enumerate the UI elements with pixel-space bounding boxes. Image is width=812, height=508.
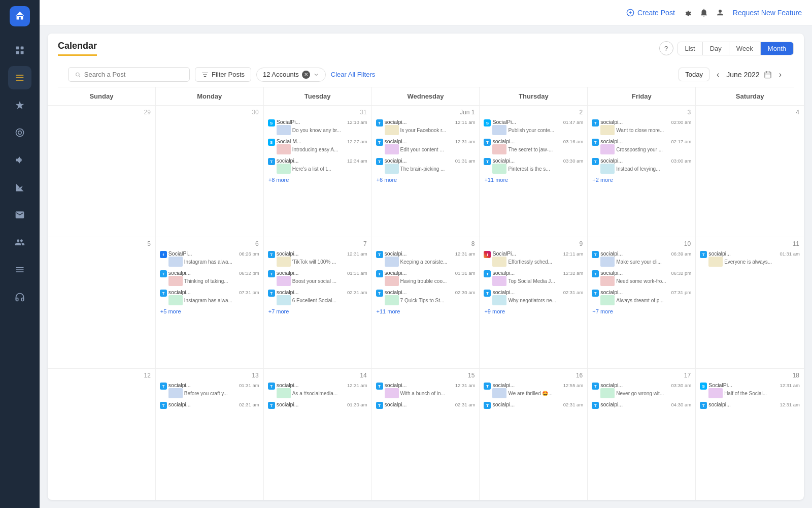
calendar-day[interactable]: 18SSocialPi...12:31 amHalf of the Social… xyxy=(696,369,804,500)
post-item[interactable]: SSocialPi...12:31 amHalf of the Social..… xyxy=(698,381,801,399)
calendar-day[interactable]: 2SSocialPi...01:47 amPublish your conte.… xyxy=(480,106,588,237)
more-posts-link[interactable]: +2 more xyxy=(590,176,693,183)
calendar-day[interactable]: 17Tsocialpi...03:30 amNever go wrong wit… xyxy=(588,369,696,500)
sidebar-item-dashboard[interactable] xyxy=(8,39,31,62)
post-item[interactable]: Tsocialpi...12:34 amHere's a list of t..… xyxy=(266,156,369,175)
post-item[interactable]: Tsocialpi...02:31 am xyxy=(158,400,261,410)
calendar-day[interactable]: 14Tsocialpi...12:31 amAs a #socialmedia.… xyxy=(264,369,372,500)
calendar-icon[interactable] xyxy=(764,71,772,79)
post-item[interactable]: Tsocialpi...07:31 pmInstagram has alwa..… xyxy=(158,288,261,306)
more-posts-link[interactable]: +11 more xyxy=(482,176,585,183)
post-item[interactable]: Tsocialpi...01:31 amEveryone is always..… xyxy=(698,249,801,268)
calendar-day[interactable]: 8Tsocialpi...12:31 amKeeping a consiste.… xyxy=(372,237,480,368)
calendar-day[interactable]: 7Tsocialpi...12:31 am'TikTok will 100% .… xyxy=(264,237,372,368)
sidebar-item-circle[interactable] xyxy=(8,121,31,144)
sidebar-item-inbox[interactable] xyxy=(8,203,31,227)
post-item[interactable]: Tsocialpi...03:16 amThe secret to jaw-..… xyxy=(482,137,585,155)
post-item[interactable]: Tsocialpi...01:31 amBoost your social ..… xyxy=(266,269,369,287)
settings-icon[interactable] xyxy=(683,8,692,17)
create-post-button[interactable]: Create Post xyxy=(626,9,675,17)
help-button[interactable]: ? xyxy=(659,41,673,55)
calendar-day[interactable]: Jun 1Tsocialpi...12:11 amIs your Faceboo… xyxy=(372,106,480,237)
calendar-day[interactable]: 16Tsocialpi...12:55 amWe are thrilled 🤩.… xyxy=(480,369,588,500)
search-input[interactable] xyxy=(84,71,183,78)
post-item[interactable]: Tsocialpi...03:30 amPinterest is the s..… xyxy=(482,156,585,175)
today-button[interactable]: Today xyxy=(679,68,709,81)
post-item[interactable]: Tsocialpi...03:30 amNever go wrong wit..… xyxy=(590,381,693,399)
tab-day[interactable]: Day xyxy=(703,42,729,55)
calendar-day[interactable]: 9ISocialPi...12:11 amEffortlessly sched.… xyxy=(480,237,588,368)
post-item[interactable]: Tsocialpi...06:32 pmNeed some work-fro..… xyxy=(590,269,693,287)
next-month-button[interactable]: › xyxy=(777,68,784,81)
sidebar-item-megaphone[interactable] xyxy=(8,148,31,172)
more-posts-link[interactable]: +5 more xyxy=(158,307,261,314)
post-item[interactable]: Tsocialpi...01:31 amHaving trouble coo..… xyxy=(375,269,477,287)
tab-list[interactable]: List xyxy=(678,42,703,55)
post-item[interactable]: Tsocialpi...02:17 amCrossposting your ..… xyxy=(590,137,693,155)
sidebar-item-chart[interactable] xyxy=(8,176,31,199)
post-item[interactable]: Tsocialpi...12:31 am'TikTok will 100% ..… xyxy=(266,249,369,268)
more-posts-link[interactable]: +9 more xyxy=(482,307,585,314)
post-item[interactable]: Tsocialpi...12:32 amTop Social Media J..… xyxy=(482,269,585,287)
sidebar-item-analytics[interactable] xyxy=(8,93,31,117)
post-item[interactable]: ISocialPi...12:11 amEffortlessly sched..… xyxy=(482,249,585,268)
post-item[interactable]: Tsocialpi...12:31 amKeeping a consiste..… xyxy=(375,249,477,268)
post-item[interactable]: Tsocialpi...02:30 am7 Quick Tips to St..… xyxy=(375,288,477,306)
sidebar-item-list[interactable] xyxy=(8,258,31,281)
post-item[interactable]: Tsocialpi...02:31 am6 Excellent Social..… xyxy=(266,288,369,306)
more-posts-link[interactable]: +7 more xyxy=(266,307,369,314)
sidebar-item-team[interactable] xyxy=(8,231,31,254)
post-item[interactable]: Tsocialpi...06:39 amMake sure your cli..… xyxy=(590,249,693,268)
post-item[interactable]: Tsocialpi...12:31 amEdit your content ..… xyxy=(375,137,477,155)
calendar-day[interactable]: 12 xyxy=(48,369,156,500)
calendar-day[interactable]: 30 xyxy=(156,106,264,237)
post-item[interactable]: SSocial M...12:27 amIntroducing easy A..… xyxy=(266,137,369,155)
accounts-close-icon[interactable]: ✕ xyxy=(302,71,310,79)
accounts-button[interactable]: 12 Accounts ✕ xyxy=(256,68,326,82)
post-item[interactable]: Tsocialpi...12:31 amAs a #socialmedia... xyxy=(266,381,369,399)
post-item[interactable]: SSocialPi...12:10 amDo you know any br..… xyxy=(266,118,369,136)
post-item[interactable]: Tsocialpi...02:31 am xyxy=(375,400,477,410)
calendar-day[interactable]: 31SSocialPi...12:10 amDo you know any br… xyxy=(264,106,372,237)
calendar-day[interactable]: 15Tsocialpi...12:31 amWith a bunch of in… xyxy=(372,369,480,500)
post-item[interactable]: Tsocialpi...12:55 amWe are thrilled 🤩... xyxy=(482,381,585,399)
tab-month[interactable]: Month xyxy=(761,42,793,55)
tab-week[interactable]: Week xyxy=(729,42,761,55)
request-feature-link[interactable]: Request New Feature xyxy=(733,9,802,17)
search-box[interactable] xyxy=(68,67,190,82)
post-item[interactable]: Tsocialpi...02:31 am xyxy=(482,400,585,410)
post-item[interactable]: Tsocialpi...03:00 amInstead of levying..… xyxy=(590,156,693,175)
calendar-day[interactable]: 3Tsocialpi...02:00 amWant to close more.… xyxy=(588,106,696,237)
post-item[interactable]: Tsocialpi...01:31 amBefore you craft y..… xyxy=(158,381,261,399)
post-item[interactable]: Tsocialpi...02:31 amWhy negotiators ne..… xyxy=(482,288,585,306)
post-item[interactable]: Tsocialpi...12:31 am xyxy=(698,400,801,410)
post-item[interactable]: Tsocialpi...02:00 amWant to close more..… xyxy=(590,118,693,136)
more-posts-link[interactable]: +8 more xyxy=(266,176,369,183)
more-posts-link[interactable]: +6 more xyxy=(375,176,477,183)
calendar-day[interactable]: 4 xyxy=(696,106,804,237)
post-item[interactable]: Tsocialpi...01:31 amThe brain-picking ..… xyxy=(375,156,477,175)
filter-posts-button[interactable]: Filter Posts xyxy=(195,67,251,82)
post-item[interactable]: Tsocialpi...12:11 amIs your Facebook r..… xyxy=(375,118,477,136)
post-item[interactable]: Tsocialpi...04:30 am xyxy=(590,400,693,410)
calendar-day[interactable]: 10Tsocialpi...06:39 amMake sure your cli… xyxy=(588,237,696,368)
calendar-day[interactable]: 5 xyxy=(48,237,156,368)
calendar-day[interactable]: 6fSocialPi...06:26 pmInstagram has alwa.… xyxy=(156,237,264,368)
sidebar-item-queue[interactable] xyxy=(8,66,31,89)
sidebar-logo[interactable] xyxy=(10,6,30,26)
post-item[interactable]: Tsocialpi...06:32 pmThinking of taking..… xyxy=(158,269,261,287)
calendar-day[interactable]: 11Tsocialpi...01:31 amEveryone is always… xyxy=(696,237,804,368)
more-posts-link[interactable]: +11 more xyxy=(375,307,477,314)
user-icon[interactable] xyxy=(716,8,725,17)
calendar-day[interactable]: 29 xyxy=(48,106,156,237)
more-posts-link[interactable]: +7 more xyxy=(590,307,693,314)
bell-icon[interactable] xyxy=(699,8,708,17)
post-item[interactable]: Tsocialpi...12:31 amWith a bunch of in..… xyxy=(375,381,477,399)
post-item[interactable]: Tsocialpi...01:30 am xyxy=(266,400,369,410)
sidebar-item-support[interactable] xyxy=(8,285,31,309)
post-item[interactable]: fSocialPi...06:26 pmInstagram has alwa..… xyxy=(158,249,261,268)
prev-month-button[interactable]: ‹ xyxy=(715,68,721,81)
calendar-day[interactable]: 13Tsocialpi...01:31 amBefore you craft y… xyxy=(156,369,264,500)
post-item[interactable]: Tsocialpi...07:31 pmAlways dreamt of p..… xyxy=(590,288,693,306)
post-item[interactable]: SSocialPi...01:47 amPublish your conte..… xyxy=(482,118,585,136)
